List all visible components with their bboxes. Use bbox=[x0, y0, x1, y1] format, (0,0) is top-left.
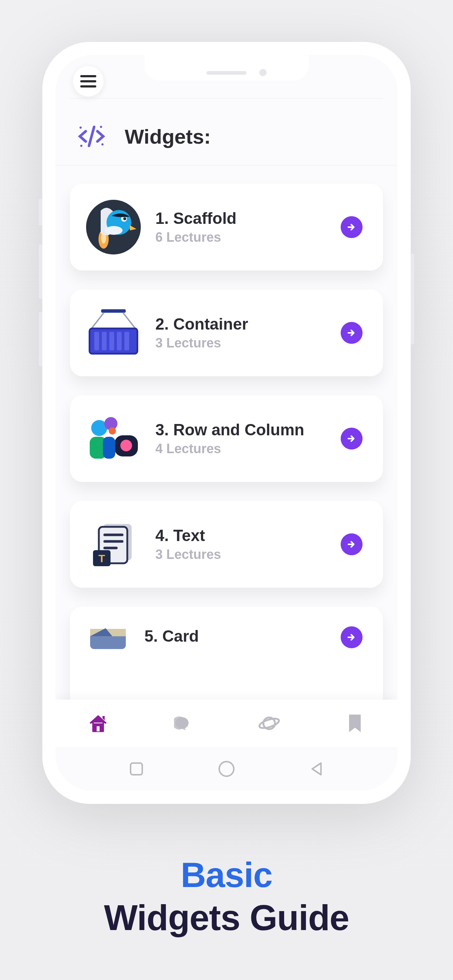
item-title: 3. Row and Column bbox=[155, 421, 326, 439]
arrow-right-icon[interactable] bbox=[341, 216, 362, 238]
section-title: Widgets: bbox=[125, 125, 211, 148]
phone-notch bbox=[144, 55, 309, 81]
list-item[interactable]: T 4. Text 3 Lectures bbox=[70, 501, 383, 588]
android-home-icon[interactable] bbox=[217, 759, 236, 778]
item-title: 4. Text bbox=[155, 527, 326, 545]
item-title: 1. Scaffold bbox=[155, 209, 326, 228]
svg-text:T: T bbox=[99, 552, 105, 565]
svg-line-13 bbox=[123, 313, 135, 328]
promo-caption: Basic Widgets Guide bbox=[104, 855, 349, 939]
svg-point-25 bbox=[109, 427, 116, 434]
svg-rect-41 bbox=[131, 763, 142, 775]
bottom-nav bbox=[56, 700, 397, 747]
svg-rect-18 bbox=[109, 332, 114, 350]
section-header: Widgets: bbox=[56, 120, 397, 165]
svg-rect-20 bbox=[124, 332, 129, 350]
svg-point-9 bbox=[123, 217, 126, 220]
arrow-right-icon[interactable] bbox=[341, 626, 362, 648]
svg-point-3 bbox=[101, 143, 104, 145]
svg-point-40 bbox=[258, 717, 280, 730]
svg-rect-11 bbox=[101, 309, 126, 312]
phone-side-button bbox=[39, 312, 42, 366]
item-subtitle: 3 Lectures bbox=[155, 547, 326, 562]
android-back-icon[interactable] bbox=[308, 760, 325, 778]
header-divider bbox=[70, 98, 383, 99]
svg-point-1 bbox=[100, 126, 102, 128]
svg-rect-16 bbox=[94, 332, 99, 350]
chat-icon[interactable] bbox=[171, 710, 197, 737]
home-icon[interactable] bbox=[85, 710, 111, 737]
svg-point-2 bbox=[80, 145, 83, 147]
phone-side-button bbox=[411, 253, 414, 345]
container-icon bbox=[86, 305, 141, 360]
card-icon bbox=[86, 623, 130, 652]
svg-point-10 bbox=[105, 226, 123, 235]
row-column-icon bbox=[86, 411, 141, 466]
list-item[interactable]: 3. Row and Column 4 Lectures bbox=[70, 395, 383, 482]
text-icon: T bbox=[86, 517, 141, 572]
android-nav-bar bbox=[56, 747, 397, 791]
android-recent-icon[interactable] bbox=[128, 760, 145, 778]
svg-rect-37 bbox=[97, 726, 100, 731]
list-item[interactable]: 5. Card bbox=[70, 607, 383, 700]
item-title: 5. Card bbox=[144, 627, 326, 645]
svg-line-12 bbox=[91, 313, 104, 328]
phone-side-button bbox=[39, 199, 42, 226]
svg-point-22 bbox=[120, 440, 132, 451]
svg-point-42 bbox=[219, 762, 234, 776]
item-subtitle: 6 Lectures bbox=[155, 230, 326, 245]
list-item[interactable]: 2. Container 3 Lectures bbox=[70, 290, 383, 376]
item-title: 2. Container bbox=[155, 315, 326, 333]
list-item[interactable]: 1. Scaffold 6 Lectures bbox=[70, 184, 383, 270]
arrow-right-icon[interactable] bbox=[341, 322, 362, 344]
menu-button[interactable] bbox=[73, 66, 104, 97]
arrow-right-icon[interactable] bbox=[341, 428, 362, 450]
caption-line1: Basic bbox=[104, 855, 349, 895]
caption-line2: Widgets Guide bbox=[104, 897, 349, 939]
svg-point-4 bbox=[80, 127, 82, 129]
widget-list: 1. Scaffold 6 Lectures bbox=[56, 165, 397, 700]
item-subtitle: 4 Lectures bbox=[155, 441, 326, 457]
phone-side-button bbox=[39, 244, 42, 299]
phone-mockup: Widgets: bbox=[42, 42, 411, 804]
svg-line-0 bbox=[89, 127, 94, 146]
svg-rect-17 bbox=[102, 332, 107, 350]
svg-rect-27 bbox=[103, 437, 115, 459]
item-subtitle: 3 Lectures bbox=[155, 336, 326, 351]
bookmark-icon[interactable] bbox=[342, 710, 368, 737]
svg-point-38 bbox=[175, 717, 188, 729]
code-icon bbox=[75, 120, 108, 153]
hamburger-icon bbox=[80, 80, 96, 83]
planet-icon[interactable] bbox=[256, 710, 282, 737]
app-screen: Widgets: bbox=[56, 55, 397, 791]
arrow-right-icon[interactable] bbox=[341, 533, 362, 555]
scaffold-icon bbox=[86, 200, 141, 255]
svg-rect-19 bbox=[117, 332, 121, 350]
